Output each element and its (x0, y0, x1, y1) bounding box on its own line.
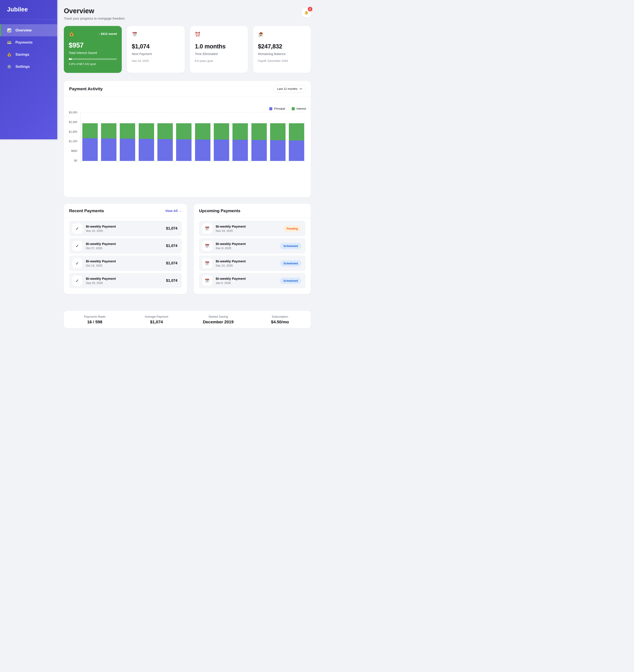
bell-icon (304, 10, 309, 16)
page-header: Overview Track your progress to mortgage… (64, 5, 311, 20)
calendar-icon (202, 258, 212, 268)
calendar-icon (132, 31, 138, 37)
goal-progress-bar (69, 58, 117, 60)
y-axis-tick: $1,800 (65, 130, 77, 134)
stat-card-remaining-balance: $247,832 Remaining Balance Payoff: Decem… (253, 26, 311, 73)
payment-activity-title: Payment Activity (69, 87, 102, 91)
house-icon (258, 31, 264, 37)
page-subtitle: Track your progress to mortgage freedom (64, 17, 124, 20)
y-axis-tick: $2,400 (65, 121, 77, 124)
upcoming-payments-card: Upcoming Payments Bi-weekly Payment Nov … (194, 204, 311, 294)
stat-label: Time Eliminated (195, 52, 243, 56)
y-axis-tick: $3,000 (65, 111, 77, 114)
bar-month-6 (176, 123, 191, 161)
bar-month-4 (139, 123, 154, 161)
goal-progress-caption: 3.8% of $87,432 goal (69, 62, 117, 66)
payment-amount: $1,074 (166, 226, 178, 231)
page-title: Overview (64, 7, 124, 15)
sidebar-item-savings[interactable]: Savings (0, 48, 57, 61)
next-payment-value: $1,074 (132, 43, 180, 50)
status-badge: Pending (283, 225, 301, 232)
check-icon: ✓ (72, 275, 82, 286)
recent-payment-row: ✓ Bi-weekly Payment Oct 13, 2025 $1,074 (69, 256, 182, 271)
sidebar-item-payments[interactable]: Payments (0, 36, 57, 48)
recent-payment-row: ✓ Bi-weekly Payment Oct 27, 2025 $1,074 (69, 238, 182, 254)
bar-month-2 (101, 123, 116, 161)
stat-cards-row: ↓ $412 saved $957 Total Interest Saved 3… (64, 26, 311, 73)
bar-month-10 (251, 123, 267, 161)
stat-card-next-payment: $1,074 Next Payment Nov 24, 2025 (127, 26, 185, 73)
notifications-button[interactable]: 2 (302, 8, 311, 17)
next-payment-date: Nov 24, 2025 (132, 59, 180, 63)
legend-item-interest: Interest (292, 107, 306, 110)
sidebar-item-label: Settings (16, 65, 30, 69)
sidebar-item-label: Overview (16, 28, 31, 32)
principal-swatch (269, 107, 272, 110)
bars-container (80, 113, 306, 161)
stat-label: Remaining Balance (258, 52, 306, 56)
chart-legend: Principal Interest (269, 107, 306, 110)
interest-saved-value: $957 (69, 41, 117, 49)
payoff-date: Payoff: December 2033 (258, 59, 306, 63)
payment-amount: $1,074 (166, 261, 178, 265)
interest-swatch (292, 107, 295, 110)
upcoming-payment-row: Bi-weekly Payment Dec 22, 2025 Scheduled (199, 256, 306, 271)
bar-month-1 (82, 123, 98, 161)
status-badge: Scheduled (280, 260, 301, 267)
summary-bar: Payments Made 16 / 598 Average Payment $… (64, 311, 311, 329)
sidebar: Jubilee Overview Payments Savings Settin… (0, 0, 57, 139)
bar-month-12 (289, 123, 304, 161)
calendar-icon (202, 241, 212, 251)
check-icon: ✓ (72, 241, 82, 251)
bar-chart-icon (7, 28, 12, 33)
date-range-select[interactable]: Last 12 months (274, 85, 306, 93)
sidebar-item-label: Payments (16, 40, 32, 45)
upcoming-payments-title: Upcoming Payments (199, 209, 240, 213)
calendar-icon (202, 223, 212, 234)
stacked-bar-chart: Principal Interest $0$600$1,200$1,800$2,… (64, 97, 311, 197)
stat-card-time-eliminated: 1.0 months Time Eliminated 6.8 years goa… (190, 26, 248, 73)
upcoming-payment-row: Bi-weekly Payment Jan 5, 2026 Scheduled (199, 273, 306, 288)
recent-payments-card: Recent Payments View All → ✓ Bi-weekly P… (64, 204, 187, 294)
status-badge: Scheduled (280, 278, 301, 284)
credit-card-icon (7, 40, 12, 45)
money-bag-icon (7, 52, 12, 57)
alarm-clock-icon (195, 31, 201, 37)
payment-activity-card: Payment Activity Last 12 months Principa… (64, 81, 311, 197)
dashboard-page: Jubilee Overview Payments Savings Settin… (0, 0, 317, 336)
bar-month-8 (214, 123, 229, 161)
stat-card-interest-saved: ↓ $412 saved $957 Total Interest Saved 3… (64, 26, 122, 73)
recent-payments-title: Recent Payments (69, 209, 104, 213)
legend-item-principal: Principal (269, 107, 285, 110)
summary-started-saving: Started Saving December 2019 (187, 315, 249, 325)
time-eliminated-goal: 6.8 years goal (195, 59, 243, 63)
bar-month-3 (120, 123, 135, 161)
y-axis-tick: $1,200 (65, 140, 77, 143)
payment-amount: $1,074 (166, 279, 178, 283)
app-logo: Jubilee (0, 0, 57, 19)
saved-delta-badge: ↓ $412 saved (99, 32, 117, 35)
summary-average-payment: Average Payment $1,074 (126, 315, 188, 325)
y-axis-tick: $600 (65, 149, 77, 152)
bar-month-5 (157, 123, 173, 161)
time-eliminated-value: 1.0 months (195, 43, 243, 50)
stat-label: Total Interest Saved (69, 51, 117, 54)
view-all-link[interactable]: View All → (165, 209, 182, 213)
gear-icon (7, 64, 12, 69)
check-icon: ✓ (72, 223, 82, 234)
status-badge: Scheduled (280, 243, 301, 249)
sidebar-item-overview[interactable]: Overview (0, 24, 57, 36)
calendar-icon (202, 275, 212, 286)
chevron-down-icon (300, 88, 302, 90)
y-axis-tick: $0 (65, 159, 77, 162)
sidebar-item-label: Savings (16, 52, 29, 56)
recent-payment-row: ✓ Bi-weekly Payment Nov 10, 2025 $1,074 (69, 221, 182, 236)
sidebar-item-settings[interactable]: Settings (0, 61, 57, 73)
notification-count-badge: 2 (308, 7, 312, 11)
sidebar-nav: Overview Payments Savings Settings (0, 24, 57, 73)
recent-payment-row: ✓ Bi-weekly Payment Sep 29, 2025 $1,074 (69, 273, 182, 288)
stat-label: Next Payment (132, 52, 180, 56)
payment-amount: $1,074 (166, 244, 178, 248)
bar-month-9 (233, 123, 248, 161)
summary-payments-made: Payments Made 16 / 598 (64, 315, 126, 325)
